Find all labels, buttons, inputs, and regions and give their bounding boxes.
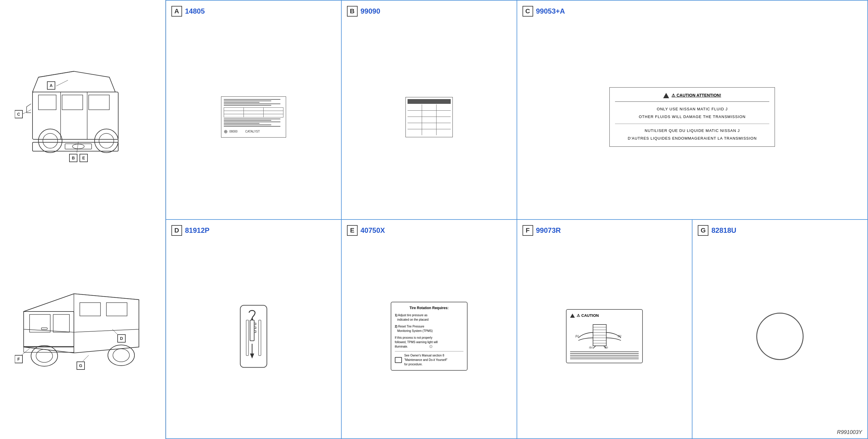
cell-c-partnum: 99053+A: [536, 7, 565, 16]
circle-label: [756, 313, 804, 360]
svg-rect-3: [62, 95, 83, 110]
svg-point-5: [38, 129, 62, 153]
cell-e: E 40750X Tire Rotation Requires: 1) Adju…: [341, 220, 517, 439]
svg-text:G: G: [79, 363, 82, 368]
tr-warning: If this process is not properly followed…: [395, 335, 463, 349]
top-vehicle-section: A C B E: [12, 15, 153, 216]
svg-text:F: F: [17, 357, 20, 361]
sc-caution-text: ⚠ CAUTION: [577, 313, 599, 318]
svg-point-13: [72, 144, 84, 149]
svg-point-31: [31, 346, 58, 366]
left-panel: A C B E: [0, 0, 165, 439]
caution-title-text: ⚠ CAUTION ATTENTION!: [672, 92, 721, 99]
cell-d-partnum: 81912P: [185, 226, 210, 235]
cell-b-content: [347, 20, 511, 214]
sc-lines: [570, 351, 639, 359]
svg-line-14: [56, 80, 68, 86]
svg-text:D: D: [120, 336, 123, 341]
cell-e-label: E: [347, 225, 358, 236]
caution-line1: ONLY USE NISSAN MATIC FLUID J: [615, 105, 769, 113]
cell-d-label: D: [172, 225, 182, 236]
triangle-icon: [663, 93, 669, 98]
tr-item1: 1) Adjust tire pressure as indicated on …: [395, 313, 463, 322]
book-icon: [395, 357, 402, 363]
svg-rect-29: [80, 303, 100, 316]
svg-text:C: C: [17, 112, 20, 117]
cell-d-content: [172, 239, 336, 433]
tr-item1-text: Adjust tire pressure as indicated on the…: [395, 314, 429, 321]
cell-f: F 99073R ⚠ CAUTION: [517, 220, 692, 439]
svg-point-33: [108, 345, 134, 365]
svg-point-32: [36, 349, 53, 362]
svg-line-42: [83, 355, 89, 361]
caution-fluid-text: ONLY USE NISSAN MATIC FLUID J OTHER FLUI…: [615, 105, 769, 142]
cell-a-partnum: 14805: [185, 7, 205, 16]
svg-rect-46: [240, 305, 267, 368]
cell-a-content: ⊕ 08000 CATALYST: [172, 20, 336, 214]
svg-text:E: E: [82, 155, 85, 160]
svg-rect-30: [106, 303, 127, 316]
tr-title: Tire Rotation Requires:: [395, 306, 463, 310]
cell-c-content: ⚠ CAUTION ATTENTION! ONLY USE NISSAN MAT…: [523, 20, 862, 214]
caution-line3: NUTILISER QUE DU LIQUIDE MATIC NISSAN J: [615, 127, 769, 135]
cell-g-partnum: 82818U: [711, 226, 736, 235]
sc-triangle-icon: [570, 314, 575, 318]
cell-f-label: F: [523, 225, 533, 236]
svg-text:B: B: [71, 155, 74, 160]
top-vehicle-svg: A C B E: [15, 68, 151, 163]
svg-text:(b): (b): [618, 334, 622, 338]
svg-text:(b): (b): [605, 346, 608, 349]
tr-footer: See Owner's Manual section 8"Maintenance…: [395, 351, 463, 367]
cell-a-label: A: [172, 6, 182, 17]
cell-c: C 99053+A ⚠ CAUTION ATTENTION! ONLY USE …: [517, 0, 868, 220]
tire-rotation-label: Tire Rotation Requires: 1) Adjust tire p…: [391, 302, 468, 371]
strap-diagram: (b) (b) (b) (b): [570, 322, 629, 349]
caution-title: ⚠ CAUTION ATTENTION!: [615, 92, 769, 102]
svg-rect-27: [53, 315, 69, 332]
tr-item2-text: Reset Tire Pressure Monitoring System (T…: [395, 325, 433, 332]
cell-g-label: G: [698, 225, 708, 236]
bottom-vehicle-section: D G F: [12, 223, 153, 424]
emission-bottom-left: 08000: [229, 129, 238, 134]
cell-f-partnum: 99073R: [536, 226, 561, 235]
svg-rect-55: [258, 320, 261, 356]
key-tool-svg: [239, 304, 268, 369]
svg-point-34: [113, 349, 129, 362]
svg-rect-4: [89, 95, 110, 110]
svg-rect-36: [41, 328, 47, 329]
svg-rect-25: [24, 312, 74, 347]
cell-g-content: [698, 239, 862, 433]
svg-point-7: [95, 129, 118, 153]
svg-rect-1: [32, 92, 118, 139]
cell-g: G 82818U R991003Y: [692, 220, 868, 439]
tr-item1-num: 1): [395, 314, 398, 317]
tire-pressure-label: [405, 97, 453, 137]
tr-footer-text: See Owner's Manual section 8"Maintenance…: [404, 353, 447, 367]
svg-text:(b): (b): [589, 346, 593, 349]
right-panel: A 14805: [165, 0, 868, 439]
svg-point-8: [99, 134, 114, 148]
svg-text:(b): (b): [576, 334, 579, 338]
svg-rect-48: [250, 320, 254, 341]
cell-d: D 81912P: [166, 220, 341, 439]
tr-item2: 2) Reset Tire Pressure Monitoring System…: [395, 324, 463, 333]
tr-item2-num: 2): [395, 325, 398, 328]
cell-e-content: Tire Rotation Requires: 1) Adjust tire p…: [347, 239, 511, 433]
cell-b: B 99090: [341, 0, 517, 220]
svg-rect-12: [65, 144, 92, 149]
caution-line2: OTHER FLUIDS WILL DAMAGE THE TRANSMISSIO…: [615, 113, 769, 121]
emission-bottom-right: CATALYST: [245, 129, 260, 134]
bottom-vehicle-svg: D G F: [15, 276, 151, 371]
caution-line4: D'AUTRES LIQUIDES ENDOMMAGERAIENT LA TRA…: [615, 135, 769, 142]
ref-number: R991003Y: [837, 429, 862, 435]
svg-point-6: [43, 134, 58, 148]
cell-c-label: C: [523, 6, 533, 17]
emission-label: ⊕ 08000 CATALYST: [221, 96, 286, 138]
strap-caution-label: ⚠ CAUTION (b): [566, 309, 643, 363]
sc-title: ⚠ CAUTION: [570, 313, 639, 318]
cell-b-partnum: 99090: [361, 7, 380, 16]
cell-e-partnum: 40750X: [361, 226, 385, 235]
svg-rect-54: [246, 320, 249, 356]
svg-text:A: A: [49, 83, 52, 88]
cell-a: A 14805: [166, 0, 341, 220]
